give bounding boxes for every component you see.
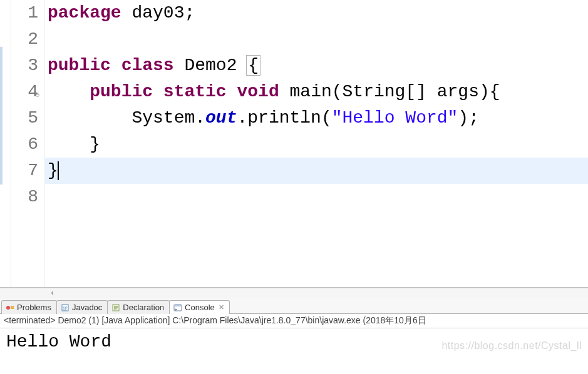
declaration-icon [111,303,120,312]
watermark-text: https://blog.csdn.net/Cystal_ll [441,340,582,351]
line-number-gutter: 1234⊖5678 [11,0,45,287]
code-line[interactable] [45,184,588,210]
scroll-left-icon[interactable]: ‹ [50,289,54,298]
problems-icon [6,303,14,312]
token-plain: } [48,161,58,180]
tab-label: Console [185,303,215,312]
line-number: 3 [11,53,38,79]
tab-label: Problems [17,303,51,312]
code-line[interactable]: public static void main(String[] args){ [45,79,588,105]
code-editor[interactable]: 1234⊖5678 package day03;public class Dem… [0,0,588,288]
token-plain: } [48,134,100,154]
token-plain [153,82,163,101]
code-line[interactable]: } [45,158,588,184]
code-line[interactable]: System.out.println("Hello Word"); [45,105,588,131]
tab-label: Javadoc [72,303,102,312]
close-icon[interactable]: ✕ [219,303,224,311]
token-plain [111,56,121,75]
text-caret [58,161,59,180]
line-number: 4⊖ [11,79,38,105]
token-plain [48,82,90,101]
views-tab-bar: Problems@JavadocDeclarationConsole✕ [0,298,588,314]
svg-point-0 [6,306,10,310]
token-plain: Demo2 [174,56,248,75]
token-plain [227,82,237,101]
svg-rect-6 [174,305,182,306]
code-line[interactable]: package day03; [45,0,588,26]
console-icon [173,303,182,312]
line-number: 2 [11,26,38,53]
token-plain: System. [48,108,205,128]
token-kw: public [48,56,111,75]
token-plain: day03; [121,3,195,23]
horizontal-scrollbar[interactable]: ‹ [0,288,588,298]
line-number: 5 [11,105,38,131]
change-marker [0,47,3,184]
tab-problems[interactable]: Problems [1,300,57,314]
console-output[interactable]: Hello Word https://blog.csdn.net/Cystal_… [0,328,588,355]
tab-console[interactable]: Console✕ [169,300,230,314]
code-content[interactable]: package day03;public class Demo2 { publi… [45,0,588,287]
token-str: "Hello Word" [332,108,458,128]
code-line[interactable] [45,26,588,53]
line-number: 8 [11,184,38,210]
token-plain: .println( [237,108,331,128]
marker-bar [0,0,11,287]
token-plain: main(String[] args){ [279,82,500,101]
token-kw: class [121,56,174,75]
line-number: 6 [11,131,38,158]
console-process-header: <terminated> Demo2 (1) [Java Application… [0,314,588,328]
tab-label: Declaration [123,303,164,312]
line-number: 7 [11,158,38,184]
svg-text:@: @ [63,305,67,311]
token-kw: static [163,82,227,101]
code-line[interactable]: } [45,131,588,158]
tab-declaration[interactable]: Declaration [107,300,170,314]
svg-rect-1 [11,306,14,309]
token-kw: void [237,82,279,101]
console-output-text: Hello Word [6,332,111,351]
tab-javadoc[interactable]: @Javadoc [56,300,108,314]
token-kw: package [48,3,121,23]
code-line[interactable]: public class Demo2 { [45,53,588,79]
token-kw: public [90,82,153,101]
token-field-static: out [205,108,237,128]
token-plain: ); [458,108,479,128]
token-box: { [246,55,260,76]
javadoc-icon: @ [61,303,70,312]
line-number: 1 [11,0,38,26]
